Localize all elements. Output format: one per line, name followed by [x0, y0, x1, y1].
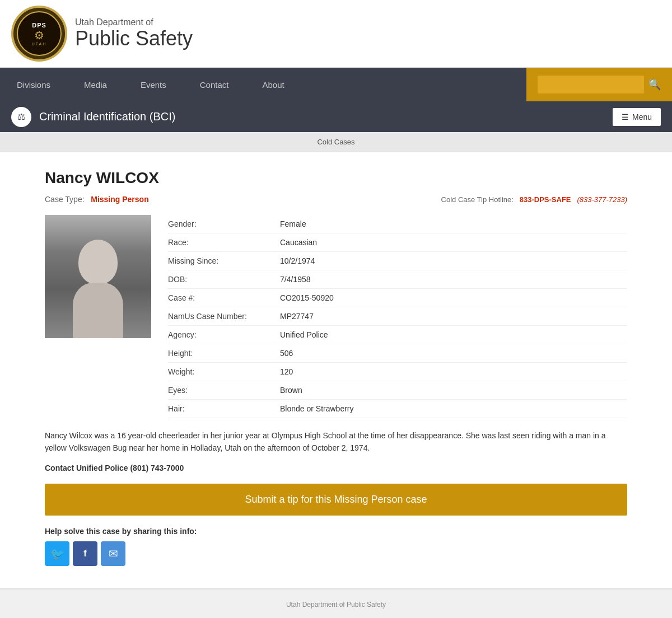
- logo-area: DPS ⚙ UTAH Utah Department of Public Saf…: [11, 6, 661, 62]
- field-value-hair: Blonde or Strawberry: [280, 404, 354, 413]
- field-label-height: Height:: [168, 349, 280, 358]
- nav-item-about[interactable]: About: [245, 68, 301, 101]
- nav-item-divisions[interactable]: Divisions: [0, 68, 67, 101]
- menu-icon: ☰: [622, 113, 629, 121]
- logo-dps-text: DPS: [32, 22, 46, 29]
- nav-item-contact[interactable]: Contact: [183, 68, 246, 101]
- section-header: ⚖ Criminal Identification (BCI) ☰ Menu: [0, 101, 672, 132]
- field-value-eyes: Brown: [280, 386, 302, 395]
- share-section: Help solve this case by sharing this inf…: [45, 527, 627, 566]
- share-facebook-button[interactable]: f: [73, 541, 97, 566]
- case-type-row: Case Type: Missing Person Cold Case Tip …: [45, 195, 627, 204]
- field-value-race: Caucasian: [280, 238, 317, 247]
- footer-text: Utah Department of Public Safety: [286, 601, 386, 608]
- dps-logo: DPS ⚙ UTAH: [11, 6, 67, 62]
- breadcrumb-text: Cold Cases: [317, 138, 354, 146]
- case-description: Nancy Wilcox was a 16 year-old cheerlead…: [45, 429, 627, 455]
- nav-item-events[interactable]: Events: [124, 68, 183, 101]
- share-buttons: 🐦 f ✉: [45, 541, 627, 566]
- table-row: Missing Since: 10/2/1974: [168, 252, 627, 270]
- case-details-wrapper: Gender: Female Race: Caucasian Missing S…: [45, 215, 627, 418]
- share-twitter-button[interactable]: 🐦: [45, 541, 69, 566]
- case-type-value: Missing Person: [91, 195, 148, 204]
- field-label-eyes: Eyes:: [168, 386, 280, 395]
- field-value-agency: Unified Police: [280, 330, 328, 339]
- share-email-button[interactable]: ✉: [101, 541, 125, 566]
- share-label: Help solve this case by sharing this inf…: [45, 527, 627, 536]
- agency-title-block: Utah Department of Public Safety: [75, 17, 193, 50]
- tip-hotline: Cold Case Tip Hotline: 833-DPS-SAFE (833…: [441, 195, 627, 204]
- section-title: Criminal Identification (BCI): [39, 110, 175, 123]
- agency-subtitle: Utah Department of: [75, 17, 193, 27]
- field-label-missing-since: Missing Since:: [168, 256, 280, 265]
- twitter-icon: 🐦: [50, 547, 64, 560]
- search-button[interactable]: 🔍: [648, 78, 661, 91]
- table-row: Hair: Blonde or Strawberry: [168, 400, 627, 418]
- case-type-label: Case Type:: [45, 195, 85, 204]
- person-name: Nancy WILCOX: [45, 169, 627, 187]
- field-label-hair: Hair:: [168, 404, 280, 413]
- table-row: Gender: Female: [168, 215, 627, 233]
- field-value-case-num: CO2015-50920: [280, 293, 334, 302]
- person-photo-simulation: [45, 215, 151, 338]
- footer: Utah Department of Public Safety: [0, 588, 672, 618]
- search-input[interactable]: [538, 76, 644, 93]
- table-row: Height: 506: [168, 344, 627, 363]
- bci-icon: ⚖: [11, 107, 31, 127]
- case-info-table: Gender: Female Race: Caucasian Missing S…: [168, 215, 627, 418]
- contact-info: Contact Unified Police (801) 743-7000: [45, 464, 627, 472]
- menu-button[interactable]: ☰ Menu: [613, 108, 661, 126]
- hotline-label: Cold Case Tip Hotline:: [441, 195, 514, 204]
- field-label-agency: Agency:: [168, 330, 280, 339]
- field-value-gender: Female: [280, 219, 306, 228]
- field-value-weight: 120: [280, 367, 293, 376]
- table-row: Case #: CO2015-50920: [168, 289, 627, 307]
- field-value-namus: MP27747: [280, 312, 314, 321]
- hotline-alt: (833-377-7233): [577, 195, 627, 204]
- table-row: Race: Caucasian: [168, 233, 627, 252]
- main-content: Nancy WILCOX Case Type: Missing Person C…: [28, 169, 644, 566]
- top-header: DPS ⚙ UTAH Utah Department of Public Saf…: [0, 0, 672, 68]
- logo-utah-text: UTAH: [32, 42, 47, 46]
- logo-seal-icon: ⚙: [34, 29, 44, 42]
- email-icon: ✉: [109, 547, 118, 560]
- agency-name: Public Safety: [75, 27, 193, 50]
- field-value-dob: 7/4/1958: [280, 275, 311, 284]
- table-row: DOB: 7/4/1958: [168, 270, 627, 289]
- field-label-gender: Gender:: [168, 219, 280, 228]
- field-label-namus: NamUs Case Number:: [168, 312, 280, 321]
- person-photo: [45, 215, 151, 338]
- table-row: Agency: Unified Police: [168, 326, 627, 344]
- field-label-race: Race:: [168, 238, 280, 247]
- breadcrumb: Cold Cases: [0, 132, 672, 152]
- table-row: NamUs Case Number: MP27747: [168, 307, 627, 326]
- search-area: 🔍: [526, 68, 672, 101]
- table-row: Weight: 120: [168, 363, 627, 381]
- hotline-number: 833-DPS-SAFE: [520, 195, 571, 204]
- field-label-dob: DOB:: [168, 275, 280, 284]
- nav-bar: Divisions Media Events Contact About 🔍: [0, 68, 672, 101]
- field-label-case-num: Case #:: [168, 293, 280, 302]
- field-label-weight: Weight:: [168, 367, 280, 376]
- field-value-missing-since: 10/2/1974: [280, 256, 315, 265]
- nav-items: Divisions Media Events Contact About: [0, 68, 526, 101]
- case-type-group: Case Type: Missing Person: [45, 195, 149, 204]
- field-value-height: 506: [280, 349, 293, 358]
- nav-item-media[interactable]: Media: [67, 68, 124, 101]
- table-row: Eyes: Brown: [168, 381, 627, 400]
- logo-inner: DPS ⚙ UTAH: [17, 11, 62, 56]
- menu-label: Menu: [632, 113, 652, 121]
- facebook-icon: f: [83, 549, 86, 559]
- submit-tip-button[interactable]: Submit a tip for this Missing Person cas…: [45, 484, 627, 516]
